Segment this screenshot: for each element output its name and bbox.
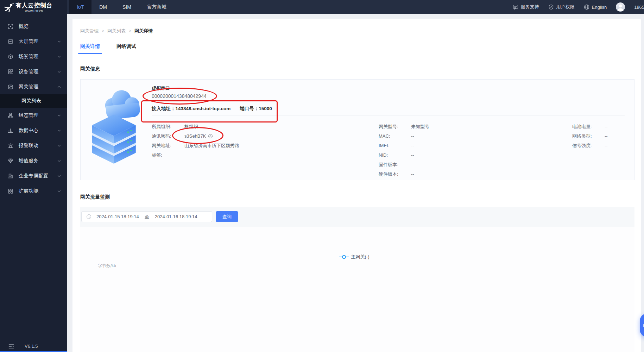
sidebar-item-scene-management[interactable]: 场景管理 bbox=[0, 49, 67, 64]
traffic-chart: 主网关(-) 字节数/kb bbox=[80, 227, 634, 352]
sidebar-item-value-added-service[interactable]: 增值服务 bbox=[0, 153, 67, 168]
cloud-server-illustration bbox=[85, 84, 143, 177]
breadcrumb-gateway-management[interactable]: 网关管理 bbox=[80, 28, 99, 34]
info-fields-col1: 所属组织: 根组织 通讯密码: s3SehB7K 网关地址: 山东省济南市历下区… bbox=[152, 122, 239, 160]
sidebar-item-enterprise-config[interactable]: 企业专属配置 bbox=[0, 168, 67, 183]
sidebar-item-screen-management[interactable]: 大屏管理 bbox=[0, 34, 67, 49]
globe-icon bbox=[584, 4, 589, 10]
sidebar-item-gateway-list[interactable]: 网关列表 bbox=[0, 94, 67, 108]
gateway-info-card: 虚拟串口 00002000143848042944 接入地址：143848.cn… bbox=[80, 79, 634, 180]
field-row-signal: 信号强度: -- bbox=[572, 141, 608, 150]
access-address-value: 143848.cnsh.iot-tcp.com bbox=[176, 106, 231, 111]
legend-label: 主网关(-) bbox=[351, 254, 370, 260]
topnav-tab-dm[interactable]: DM bbox=[91, 0, 115, 14]
field-row-gateway-address: 网关地址: 山东省济南市历下区颖秀路 bbox=[152, 141, 239, 150]
sidebar-item-configuration-management[interactable]: 组态管理 bbox=[0, 108, 67, 123]
chevron-down-icon bbox=[57, 144, 61, 148]
field-label: 标签: bbox=[152, 152, 184, 158]
sidebar-item-label: 报警联动 bbox=[19, 143, 57, 149]
field-label: 网络类型: bbox=[572, 133, 605, 139]
query-button[interactable]: 查询 bbox=[216, 211, 238, 222]
sidebar-item-device-management[interactable]: 设备管理 bbox=[0, 64, 67, 79]
account-phone[interactable]: 18653195 bbox=[634, 5, 644, 10]
field-row-battery: 电池电量: -- bbox=[572, 122, 608, 131]
field-value: -- bbox=[605, 124, 608, 129]
field-row-gateway-model: 网关型号: 未知型号 bbox=[379, 122, 429, 131]
enterprise-icon bbox=[8, 173, 13, 179]
tab-network-debug[interactable]: 网络调试 bbox=[116, 43, 136, 54]
user-permission-link[interactable]: 用户权限 bbox=[548, 4, 575, 10]
field-value: 根组织 bbox=[184, 124, 198, 130]
traffic-monitor-title: 网关流量监测 bbox=[80, 194, 110, 200]
alarm-icon bbox=[8, 143, 13, 149]
field-label: 电池电量: bbox=[572, 124, 605, 130]
scene-icon bbox=[8, 54, 13, 59]
chevron-down-icon bbox=[57, 55, 61, 59]
service-support-link[interactable]: 服务支持 bbox=[513, 4, 539, 10]
field-value: -- bbox=[411, 152, 414, 158]
chevron-down-icon bbox=[57, 189, 61, 193]
device-serial: 00002000143848042944 bbox=[152, 93, 207, 99]
date-range-input[interactable]: 2024-01-15 18:19:14 至 2024-01-16 18:19:1… bbox=[81, 211, 212, 222]
field-label: 网关型号: bbox=[379, 124, 411, 130]
main-content: 网关管理 > 网关列表 > 网关详情 网关详情 网络调试 网关信息 bbox=[72, 19, 641, 352]
field-value: -- bbox=[411, 143, 414, 148]
topology-icon bbox=[8, 113, 13, 118]
sidebar: 有人云控制台 www.usr.cn 概览 大屏管理 bbox=[0, 0, 67, 352]
overview-icon bbox=[8, 24, 13, 29]
field-value: -- bbox=[605, 143, 608, 148]
device-type-label: 虚拟串口 bbox=[152, 85, 170, 92]
sidebar-item-extensions[interactable]: 扩展功能 bbox=[0, 183, 67, 199]
sidebar-item-label: 场景管理 bbox=[19, 54, 57, 60]
avatar-person-icon bbox=[616, 2, 625, 12]
date-separator: 至 bbox=[145, 214, 149, 220]
sidebar-item-data-center[interactable]: 数据中心 bbox=[0, 123, 67, 138]
field-row-nid: NID: -- bbox=[379, 150, 429, 160]
sidebar-item-gateway-management[interactable]: 网关管理 bbox=[0, 79, 67, 94]
info-divider bbox=[152, 115, 625, 115]
field-row-tags: 标签: bbox=[152, 150, 239, 160]
show-password-eye-icon[interactable] bbox=[208, 134, 213, 139]
topnav-tab-sim[interactable]: SIM bbox=[115, 0, 139, 14]
access-address-label: 接入地址： bbox=[152, 106, 176, 111]
chevron-down-icon bbox=[57, 128, 61, 133]
shield-icon bbox=[548, 4, 554, 10]
avatar[interactable] bbox=[616, 2, 625, 12]
topnav-tab-iot[interactable]: IoT bbox=[69, 0, 91, 14]
info-fields-col2: 网关型号: 未知型号 MAC: -- IMEI: -- NID: -- 固件版本… bbox=[379, 122, 429, 179]
field-value: 未知型号 bbox=[411, 124, 429, 130]
version-label: V6.1.5 bbox=[25, 344, 38, 349]
breadcrumb-separator: > bbox=[102, 29, 104, 33]
field-row-comm-password: 通讯密码: s3SehB7K bbox=[152, 131, 239, 141]
collapse-sidebar-icon[interactable] bbox=[8, 344, 14, 349]
breadcrumb-gateway-list[interactable]: 网关列表 bbox=[107, 28, 126, 34]
legend-line-marker-icon bbox=[339, 255, 349, 259]
language-label: English bbox=[592, 5, 607, 10]
language-switch[interactable]: English bbox=[584, 4, 607, 10]
datacenter-icon bbox=[8, 128, 13, 133]
date-from-value: 2024-01-15 18:19:14 bbox=[96, 214, 139, 219]
sidebar-item-label: 大屏管理 bbox=[19, 38, 57, 45]
sidebar-item-alarm-linkage[interactable]: 报警联动 bbox=[0, 138, 67, 153]
sidebar-item-overview[interactable]: 概览 bbox=[0, 19, 67, 34]
sidebar-item-label: 概览 bbox=[19, 23, 61, 30]
traffic-toolbar: 2024-01-15 18:19:14 至 2024-01-16 18:19:1… bbox=[80, 207, 634, 227]
chart-legend-main-gateway[interactable]: 主网关(-) bbox=[339, 254, 370, 260]
breadcrumb: 网关管理 > 网关列表 > 网关详情 bbox=[80, 28, 153, 34]
field-label: 信号强度: bbox=[572, 143, 605, 149]
field-value: -- bbox=[411, 133, 414, 139]
extension-icon bbox=[8, 188, 13, 194]
field-row-firmware: 固件版本: bbox=[379, 160, 429, 169]
field-row-network-type: 网络类型: -- bbox=[572, 131, 608, 141]
sidebar-item-label: 数据中心 bbox=[19, 127, 57, 134]
chevron-down-icon bbox=[57, 39, 61, 44]
field-row-organization: 所属组织: 根组织 bbox=[152, 122, 239, 131]
field-label: MAC: bbox=[379, 133, 411, 139]
chevron-up-icon bbox=[57, 85, 61, 89]
sidebar-item-label: 企业专属配置 bbox=[19, 173, 57, 179]
page: 有人云控制台 www.usr.cn 概览 大屏管理 bbox=[0, 0, 644, 352]
clock-icon bbox=[86, 214, 91, 219]
topnav-tab-mall[interactable]: 官方商城 bbox=[139, 0, 174, 14]
port-label: 端口号： bbox=[240, 106, 259, 111]
tab-gateway-detail[interactable]: 网关详情 bbox=[80, 43, 100, 54]
